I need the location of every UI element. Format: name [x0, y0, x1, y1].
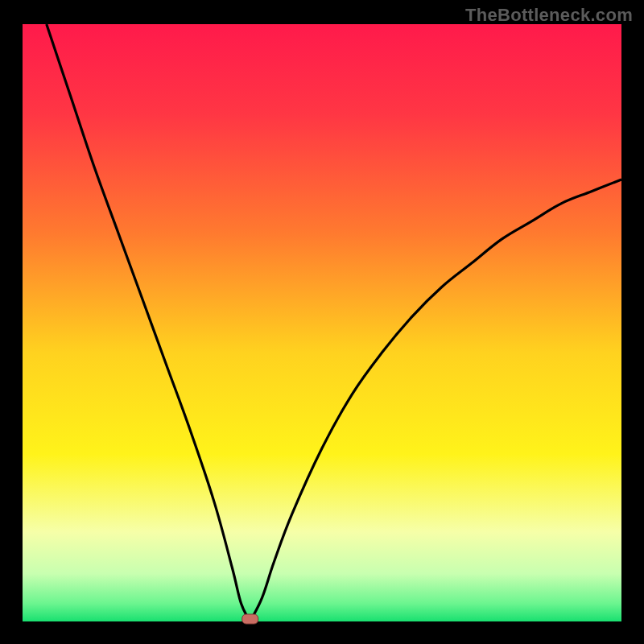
watermark-text: TheBottleneck.com — [465, 5, 633, 26]
chart-area: TheBottleneck.com — [0, 0, 644, 644]
minimum-marker — [242, 614, 258, 624]
bottleneck-chart — [0, 0, 644, 644]
plot-background — [23, 24, 621, 621]
